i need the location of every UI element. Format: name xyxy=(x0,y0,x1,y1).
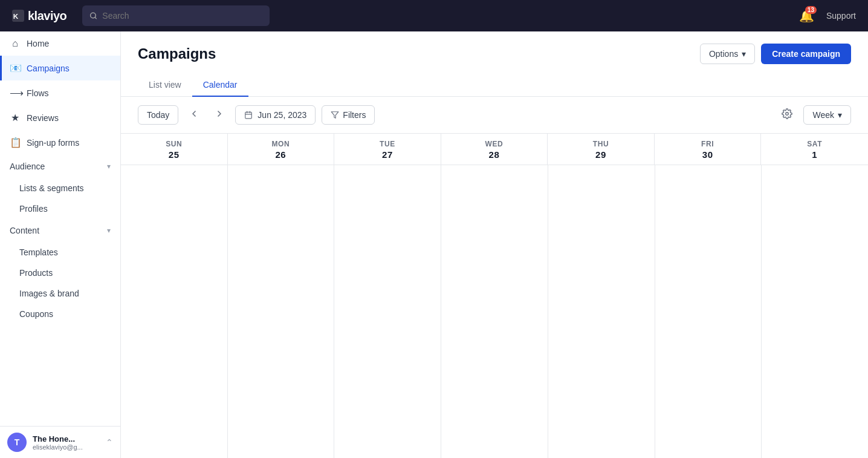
search-input[interactable] xyxy=(102,11,262,21)
options-button[interactable]: Options ▾ xyxy=(700,44,755,64)
sidebar-item-campaigns[interactable]: 📧 Campaigns xyxy=(0,56,120,80)
klaviyo-logo-icon: K xyxy=(12,10,24,22)
calendar-cell[interactable] xyxy=(228,165,334,458)
campaigns-icon: 📧 xyxy=(10,62,21,74)
signup-forms-icon: 📋 xyxy=(10,137,21,148)
products-label: Products xyxy=(19,268,53,278)
week-label: Week xyxy=(812,110,834,120)
content-section-label: Content xyxy=(10,226,39,235)
calendar-day-header: SUN25 xyxy=(121,134,228,165)
options-chevron-icon: ▾ xyxy=(742,49,746,59)
logo-text: klaviyo xyxy=(28,9,66,23)
sidebar-item-templates[interactable]: Templates xyxy=(0,242,120,263)
page-title-row: Campaigns Options ▾ Create campaign xyxy=(138,44,851,64)
settings-button[interactable] xyxy=(777,106,797,125)
calendar-body xyxy=(121,165,868,458)
search-icon xyxy=(89,11,97,20)
calendar-area: SUN25MON26TUE27WED28THU29FRI30SAT1 xyxy=(121,134,868,458)
avatar: T xyxy=(7,433,27,452)
calendar-day-header: TUE27 xyxy=(334,134,441,165)
sidebar-item-home[interactable]: ⌂ Home xyxy=(0,31,120,56)
flows-icon: ⟶ xyxy=(10,87,21,99)
create-campaign-button[interactable]: Create campaign xyxy=(761,44,851,64)
sidebar-item-lists-segments[interactable]: Lists & segments xyxy=(0,178,120,198)
options-label: Options xyxy=(709,49,738,59)
user-expand-icon: ⌃ xyxy=(106,437,113,447)
user-name: The Hone... xyxy=(33,434,100,443)
coupons-label: Coupons xyxy=(19,309,53,319)
sidebar-item-signup-forms[interactable]: 📋 Sign-up forms xyxy=(0,130,120,155)
sidebar-item-reviews[interactable]: ★ Reviews xyxy=(0,105,120,130)
notifications-button[interactable]: 🔔 13 xyxy=(797,6,817,25)
date-value: Jun 25, 2023 xyxy=(257,110,306,120)
calendar-icon xyxy=(244,111,253,119)
search-bar[interactable] xyxy=(82,5,270,26)
content-chevron-icon: ▾ xyxy=(107,226,111,235)
calendar-day-header: MON26 xyxy=(228,134,335,165)
calendar-cell[interactable] xyxy=(655,165,762,458)
logo: K klaviyo xyxy=(12,9,66,23)
sidebar-item-images-brand[interactable]: Images & brand xyxy=(0,283,120,304)
sidebar-item-profiles[interactable]: Profiles xyxy=(0,198,120,219)
next-arrow-button[interactable] xyxy=(210,106,229,124)
week-chevron-icon: ▾ xyxy=(838,110,842,120)
sidebar: ⌂ Home 📧 Campaigns ⟶ Flows ★ Reviews 📋 S… xyxy=(0,31,121,458)
sidebar-item-flows[interactable]: ⟶ Flows xyxy=(0,80,120,105)
calendar-day-header: SAT1 xyxy=(761,134,868,165)
today-button[interactable]: Today xyxy=(138,105,178,125)
calendar-cell[interactable] xyxy=(334,165,441,458)
settings-icon xyxy=(782,108,792,119)
tab-calendar[interactable]: Calendar xyxy=(192,74,248,97)
sidebar-item-label: Reviews xyxy=(27,113,59,123)
audience-section-header[interactable]: Audience ▾ xyxy=(0,155,120,178)
chevron-left-icon xyxy=(189,109,199,119)
svg-point-9 xyxy=(786,112,789,115)
svg-marker-8 xyxy=(331,112,338,119)
sidebar-item-label: Home xyxy=(27,39,49,48)
week-view-button[interactable]: Week ▾ xyxy=(803,105,851,125)
notification-badge: 13 xyxy=(805,6,817,14)
audience-chevron-icon: ▾ xyxy=(107,162,111,171)
reviews-icon: ★ xyxy=(10,112,21,123)
tabs: List view Calendar xyxy=(138,74,851,96)
calendar-day-headers: SUN25MON26TUE27WED28THU29FRI30SAT1 xyxy=(121,134,868,165)
chevron-right-icon xyxy=(215,109,224,119)
support-button[interactable]: Support xyxy=(826,11,856,21)
page-header: Campaigns Options ▾ Create campaign List… xyxy=(121,31,868,97)
tab-list-view[interactable]: List view xyxy=(138,74,192,97)
layout: ⌂ Home 📧 Campaigns ⟶ Flows ★ Reviews 📋 S… xyxy=(0,31,868,458)
templates-label: Templates xyxy=(19,247,58,257)
sidebar-item-coupons[interactable]: Coupons xyxy=(0,304,120,324)
calendar-toolbar: Today Jun 25, 2023 Filters Week ▾ xyxy=(121,97,868,134)
calendar-cell[interactable] xyxy=(121,165,227,458)
topnav: K klaviyo 🔔 13 Support xyxy=(0,0,868,31)
sidebar-item-label: Campaigns xyxy=(27,64,70,73)
sidebar-item-label: Flows xyxy=(27,88,49,98)
audience-section-label: Audience xyxy=(10,162,45,171)
page-title: Campaigns xyxy=(138,45,216,62)
calendar-cell[interactable] xyxy=(762,165,868,458)
page-actions: Options ▾ Create campaign xyxy=(700,44,851,64)
main-content: Campaigns Options ▾ Create campaign List… xyxy=(121,31,868,458)
home-icon: ⌂ xyxy=(10,38,21,49)
filter-icon xyxy=(331,111,339,119)
sidebar-item-products[interactable]: Products xyxy=(0,263,120,283)
images-brand-label: Images & brand xyxy=(19,289,79,298)
user-profile-area[interactable]: T The Hone... eliseklaviyo@g... ⌃ xyxy=(0,426,120,458)
svg-rect-4 xyxy=(245,112,252,119)
calendar-cell[interactable] xyxy=(548,165,655,458)
date-picker-button[interactable]: Jun 25, 2023 xyxy=(235,105,316,125)
profiles-label: Profiles xyxy=(19,204,48,214)
calendar-day-header: WED28 xyxy=(441,134,548,165)
calendar-day-header: FRI30 xyxy=(655,134,762,165)
svg-text:K: K xyxy=(13,12,19,20)
content-section-header[interactable]: Content ▾ xyxy=(0,219,120,242)
lists-segments-label: Lists & segments xyxy=(19,183,84,193)
prev-arrow-button[interactable] xyxy=(184,106,204,124)
calendar-day-header: THU29 xyxy=(548,134,655,165)
filters-button[interactable]: Filters xyxy=(322,105,375,125)
filters-label: Filters xyxy=(343,110,366,120)
calendar-cell[interactable] xyxy=(441,165,548,458)
sidebar-item-label: Sign-up forms xyxy=(27,138,79,148)
svg-line-3 xyxy=(95,18,96,19)
